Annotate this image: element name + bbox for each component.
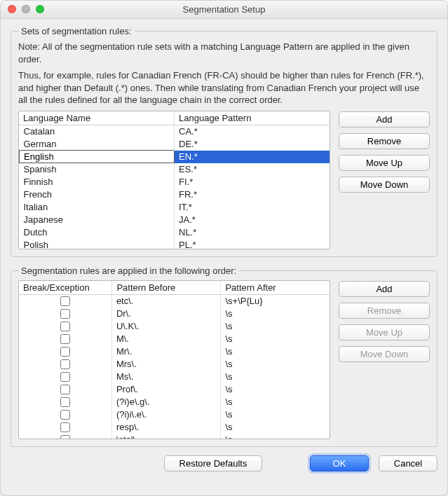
break-exception-cell[interactable] [19, 358, 112, 371]
table-row[interactable]: (?i)e\.g\.\s [19, 396, 330, 408]
break-exception-cell[interactable] [19, 371, 112, 383]
rules-col-break[interactable]: Break/Exception [19, 281, 112, 295]
language-pattern-cell[interactable]: JA.* [175, 214, 330, 226]
rule-sets-col-language-name[interactable]: Language Name [19, 111, 175, 125]
pattern-before-cell[interactable]: resp\. [112, 421, 221, 434]
language-name-cell[interactable]: German [20, 138, 175, 151]
language-pattern-cell[interactable]: DE.* [175, 138, 330, 151]
table-row[interactable]: GermanDE.* [20, 138, 330, 151]
table-row[interactable]: \stel\.\s [19, 434, 330, 439]
pattern-after-cell[interactable]: \s [221, 421, 330, 434]
rule-sets-move-up-button[interactable]: Move Up [339, 155, 430, 171]
table-row[interactable]: CatalanCA.* [20, 125, 330, 138]
pattern-before-cell[interactable]: (?i)e\.g\. [112, 396, 221, 408]
rules-order-table[interactable]: Break/Exception Pattern Before Pattern A… [18, 280, 330, 439]
table-row[interactable]: PolishPL.* [20, 239, 330, 249]
pattern-before-cell[interactable]: M\. [112, 333, 221, 345]
table-row[interactable]: Dr\.\s [19, 308, 330, 320]
break-exception-cell[interactable] [19, 383, 112, 396]
break-exception-cell[interactable] [19, 408, 112, 421]
pattern-after-cell[interactable]: \s [221, 333, 330, 345]
pattern-before-cell[interactable]: (?i)i\.e\. [112, 408, 221, 421]
language-pattern-cell[interactable]: EN.* [175, 151, 330, 163]
pattern-before-cell[interactable]: Prof\. [112, 383, 221, 396]
pattern-before-cell[interactable]: Mrs\. [112, 358, 221, 371]
language-pattern-cell[interactable]: IT.* [175, 201, 330, 214]
break-exception-checkbox[interactable] [60, 359, 70, 369]
break-exception-checkbox[interactable] [60, 309, 70, 319]
table-row[interactable]: DutchNL.* [20, 226, 330, 239]
pattern-after-cell[interactable]: \s [221, 371, 330, 383]
break-exception-checkbox[interactable] [60, 410, 70, 420]
break-exception-cell[interactable] [19, 421, 112, 434]
break-exception-checkbox[interactable] [60, 347, 70, 357]
pattern-after-cell[interactable]: \s [221, 434, 330, 439]
table-row[interactable]: SpanishES.* [20, 163, 330, 176]
language-pattern-cell[interactable]: CA.* [175, 125, 330, 138]
rule-sets-col-language-pattern[interactable]: Language Pattern [175, 111, 330, 125]
table-row[interactable]: etc\.\s+\P{Lu} [19, 295, 330, 308]
rules-order-scroll[interactable]: etc\.\s+\P{Lu}Dr\.\sU\.K\.\sM\.\sMr\.\sM… [19, 295, 330, 439]
pattern-after-cell[interactable]: \s [221, 358, 330, 371]
rules-col-before[interactable]: Pattern Before [112, 281, 221, 295]
language-pattern-cell[interactable]: FI.* [175, 176, 330, 188]
break-exception-cell[interactable] [19, 308, 112, 320]
restore-defaults-button[interactable]: Restore Defaults [164, 455, 262, 471]
cancel-button[interactable]: Cancel [379, 455, 437, 471]
pattern-after-cell[interactable]: \s [221, 320, 330, 333]
table-row[interactable]: EnglishEN.* [20, 151, 330, 163]
table-row[interactable]: Mr\.\s [19, 345, 330, 358]
table-row[interactable]: ItalianIT.* [20, 201, 330, 214]
table-row[interactable]: Prof\.\s [19, 383, 330, 396]
language-name-cell[interactable]: Catalan [20, 125, 175, 138]
language-pattern-cell[interactable]: NL.* [175, 226, 330, 239]
pattern-before-cell[interactable]: \stel\. [112, 434, 221, 439]
language-name-cell[interactable]: French [20, 188, 175, 201]
rule-sets-move-down-button[interactable]: Move Down [339, 177, 430, 193]
rule-sets-scroll[interactable]: CatalanCA.*GermanDE.*EnglishEN.*SpanishE… [19, 125, 330, 249]
rule-sets-table[interactable]: Language Name Language Pattern CatalanCA… [18, 111, 330, 249]
pattern-after-cell[interactable]: \s [221, 308, 330, 320]
break-exception-checkbox[interactable] [60, 422, 70, 432]
table-row[interactable]: (?i)i\.e\.\s [19, 408, 330, 421]
language-pattern-cell[interactable]: ES.* [175, 163, 330, 176]
zoom-icon[interactable] [36, 5, 44, 13]
break-exception-cell[interactable] [19, 333, 112, 345]
language-name-cell[interactable]: English [20, 151, 175, 163]
break-exception-cell[interactable] [19, 295, 112, 308]
close-icon[interactable] [8, 5, 16, 13]
table-row[interactable]: U\.K\.\s [19, 320, 330, 333]
pattern-before-cell[interactable]: Mr\. [112, 345, 221, 358]
break-exception-checkbox[interactable] [60, 296, 70, 306]
rules-remove-button[interactable]: Remove [339, 303, 430, 319]
table-row[interactable]: FinnishFI.* [20, 176, 330, 188]
pattern-before-cell[interactable]: Ms\. [112, 371, 221, 383]
rules-col-after[interactable]: Pattern After [221, 281, 330, 295]
rule-sets-remove-button[interactable]: Remove [339, 133, 430, 149]
table-row[interactable]: FrenchFR.* [20, 188, 330, 201]
pattern-after-cell[interactable]: \s [221, 345, 330, 358]
break-exception-cell[interactable] [19, 434, 112, 439]
language-name-cell[interactable]: Polish [20, 239, 175, 249]
rules-move-down-button[interactable]: Move Down [339, 346, 430, 362]
language-name-cell[interactable]: Japanese [20, 214, 175, 226]
pattern-before-cell[interactable]: etc\. [112, 295, 221, 308]
table-row[interactable]: JapaneseJA.* [20, 214, 330, 226]
language-pattern-cell[interactable]: PL.* [175, 239, 330, 249]
language-name-cell[interactable]: Finnish [20, 176, 175, 188]
rule-sets-add-button[interactable]: Add [339, 111, 430, 128]
pattern-after-cell[interactable]: \s [221, 383, 330, 396]
rules-move-up-button[interactable]: Move Up [339, 324, 430, 340]
break-exception-checkbox[interactable] [60, 397, 70, 407]
language-name-cell[interactable]: Italian [20, 201, 175, 214]
break-exception-checkbox[interactable] [60, 372, 70, 382]
language-pattern-cell[interactable]: FR.* [175, 188, 330, 201]
break-exception-cell[interactable] [19, 320, 112, 333]
break-exception-cell[interactable] [19, 345, 112, 358]
break-exception-cell[interactable] [19, 396, 112, 408]
language-name-cell[interactable]: Spanish [20, 163, 175, 176]
pattern-after-cell[interactable]: \s [221, 396, 330, 408]
pattern-after-cell[interactable]: \s [221, 408, 330, 421]
pattern-before-cell[interactable]: U\.K\. [112, 320, 221, 333]
rules-add-button[interactable]: Add [339, 281, 430, 297]
